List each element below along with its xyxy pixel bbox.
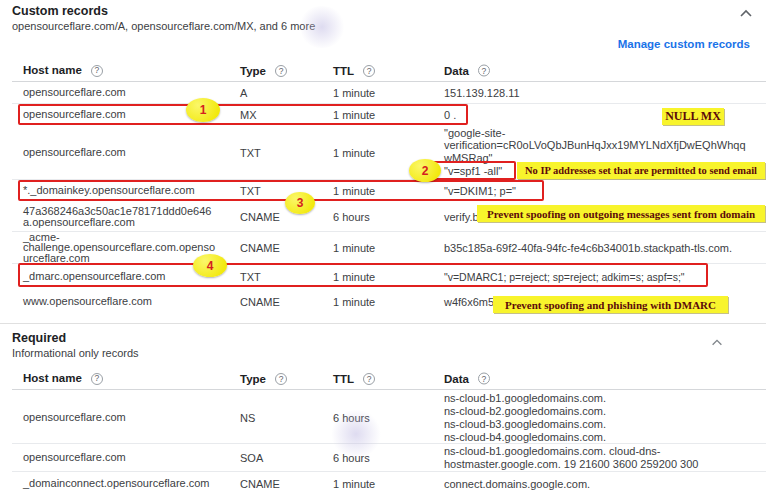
host-name-cell: opensourceflare.com <box>23 87 235 99</box>
column-header-host-name: Host name <box>23 65 82 77</box>
host-name-cell: opensourceflare.com <box>23 147 235 159</box>
column-header-ttl: TTL <box>333 373 354 385</box>
data-cell: ns-cloud-b1.googledomains.com. cloud-dns… <box>444 445 766 471</box>
data-cell: b35c185a-69f2-40fa-94fc-fe4c6b34001b.sta… <box>444 241 766 254</box>
table-row-a-record: opensourceflare.com A 1 minute 151.139.1… <box>12 82 766 104</box>
host-name-cell: _domainconnect.opensourceflare.com <box>23 478 235 490</box>
ttl-cell: 1 minute <box>333 478 433 490</box>
collapse-custom-section-chevron-up-icon[interactable] <box>738 6 754 22</box>
ttl-cell: 6 hours <box>333 452 433 464</box>
data-cell: 151.139.128.11 <box>444 86 766 99</box>
host-name-cell: www.opensourceflare.com <box>23 296 235 308</box>
help-icon[interactable]: ? <box>363 373 375 385</box>
ttl-cell: 1 minute <box>333 109 433 121</box>
help-icon[interactable]: ? <box>275 65 287 77</box>
type-cell: CNAME <box>240 242 325 254</box>
dns-records-page: Custom records opensourceflare.com/A, op… <box>0 0 766 496</box>
host-name-cell: *._domainkey.opensourceflare.com <box>23 185 235 197</box>
type-cell: CNAME <box>240 211 325 223</box>
table-row-ns-record: opensourceflare.com NS 6 hours ns-cloud-… <box>12 392 766 444</box>
help-icon[interactable]: ? <box>478 65 490 77</box>
required-section-subtitle: Informational only records <box>12 347 139 359</box>
column-header-type: Type <box>240 65 266 77</box>
annotation-note-spf: No IP addresses set that are permitted t… <box>517 162 765 179</box>
table-row-soa-record: opensourceflare.com SOA 6 hours ns-cloud… <box>12 444 766 472</box>
collapse-required-section-chevron-up-icon[interactable] <box>710 336 726 352</box>
help-icon[interactable]: ? <box>275 373 287 385</box>
host-name-cell: 47a368246a3c50ac1e78171ddd0e646 a.openso… <box>23 205 235 228</box>
annotation-note-null-mx: NULL MX <box>662 108 724 125</box>
type-cell: MX <box>240 109 325 121</box>
type-cell: TXT <box>240 271 325 283</box>
table-row-dmarc-record: _dmarc.opensourceflare.com TXT 1 minute … <box>12 264 766 290</box>
host-name-cell: opensourceflare.com <box>23 452 235 464</box>
help-icon[interactable]: ? <box>478 373 490 385</box>
column-header-host-name: Host name <box>23 373 82 385</box>
manage-custom-records-link[interactable]: Manage custom records <box>618 38 750 50</box>
column-header-type: Type <box>240 373 266 385</box>
table-row-domainconnect-record: _domainconnect.opensourceflare.com CNAME… <box>12 472 766 496</box>
type-cell: CNAME <box>240 296 325 308</box>
custom-records-subtitle: opensourceflare.com/A, opensourceflare.c… <box>12 20 315 32</box>
custom-records-title: Custom records <box>12 4 108 18</box>
data-cell: ns-cloud-b1.googledomains.com. ns-cloud-… <box>444 392 766 444</box>
ttl-cell: 1 minute <box>333 271 433 283</box>
help-icon[interactable]: ? <box>91 65 103 77</box>
ttl-cell: 1 minute <box>333 147 433 159</box>
annotation-callout-2: 2 <box>409 159 441 182</box>
table-row-acme-challenge-record: _acme- challenge.opensourceflare.com.ope… <box>12 232 766 264</box>
type-cell: CNAME <box>240 478 325 490</box>
table-row-mx-record: opensourceflare.com MX 1 minute 0 . <box>12 104 766 126</box>
ttl-cell: 1 minute <box>333 242 433 254</box>
ttl-cell: 1 minute <box>333 87 433 99</box>
required-table-header-row: Host name? Type? TTL? Data? <box>12 368 766 390</box>
column-header-ttl: TTL <box>333 65 354 77</box>
table-row-dkim-record: *._domainkey.opensourceflare.com TXT 1 m… <box>12 180 766 202</box>
required-section-title: Required <box>12 331 66 345</box>
column-header-data: Data <box>444 64 469 77</box>
ttl-cell: 6 hours <box>333 211 433 223</box>
host-name-cell: opensourceflare.com <box>23 412 235 424</box>
ttl-cell: 1 minute <box>333 296 433 308</box>
data-cell: "v=DMARC1; p=reject; sp=reject; adkim=s;… <box>444 271 766 284</box>
help-icon[interactable]: ? <box>91 373 103 385</box>
data-cell: "v=DKIM1; p=" <box>444 185 766 198</box>
type-cell: NS <box>240 412 325 424</box>
annotation-note-dmarc: Prevent spoofing and phishing with DMARC <box>493 296 728 313</box>
type-cell: TXT <box>240 185 325 197</box>
type-cell: TXT <box>240 147 325 159</box>
annotation-callout-4: 4 <box>193 254 227 277</box>
section-divider <box>0 323 766 324</box>
annotation-callout-3: 3 <box>285 192 315 214</box>
data-cell: connect.domains.google.com. <box>444 478 766 491</box>
type-cell: A <box>240 87 325 99</box>
column-header-data: Data <box>444 372 469 385</box>
annotation-callout-1: 1 <box>186 98 220 122</box>
help-icon[interactable]: ? <box>363 65 375 77</box>
type-cell: SOA <box>240 452 325 464</box>
annotation-note-dkim: Prevent spoofing on outgoing messages se… <box>477 205 765 222</box>
ttl-cell: 6 hours <box>333 412 433 424</box>
custom-table-header-row: Host name? Type? TTL? Data? <box>12 60 766 82</box>
ttl-cell: 1 minute <box>333 185 433 197</box>
